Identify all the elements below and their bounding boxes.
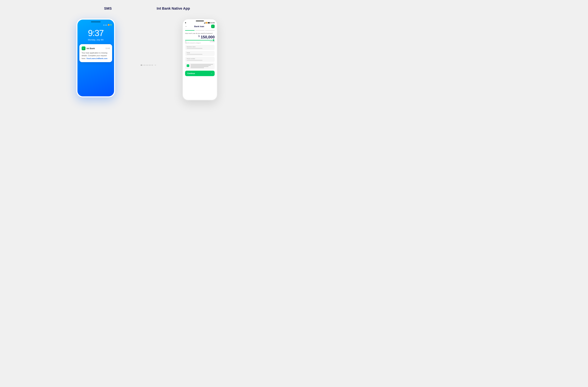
signal-icon: ▲▲▲ [103, 24, 107, 26]
connector-dot-3 [146, 65, 147, 65]
bank-status-dot [185, 22, 186, 23]
bank-phone: 📶 16:05 ← Bank loan ⌂ [182, 19, 217, 101]
continue-button-label: Continue [187, 72, 195, 74]
progress-segment-3 [205, 30, 215, 31]
continue-button[interactable]: Continue → [185, 71, 215, 76]
connector-arrow: → [154, 63, 156, 66]
connector-dot-5 [149, 65, 150, 65]
sms-phone-notch [91, 21, 101, 22]
connector-dot-4 [147, 65, 148, 65]
sms-app-icon: ⌂ [82, 46, 85, 50]
battery-icon-bank [208, 22, 210, 23]
loan-slider-fill [185, 40, 215, 41]
loan-max-label: $150,000 [210, 41, 215, 42]
sms-phone: ▲▲▲ 📶 🔋 9:37 Monday, July 4th ⌂ Int Bank… [77, 19, 115, 97]
bank-nav-title: Bank loan [194, 25, 204, 28]
connector: → [141, 63, 156, 66]
loan-slider-hint: Slide the amount to change it. [185, 42, 215, 44]
terms-line-2 [190, 65, 211, 66]
connector-dot-6 [150, 65, 151, 65]
loan-slider-thumb[interactable] [212, 39, 215, 41]
connector-dot-start [141, 64, 142, 66]
terms-line-3 [190, 66, 209, 67]
bank-column-title: Int Bank Native App [157, 6, 190, 11]
continue-button-arrow: → [210, 72, 212, 75]
loan-min-label: $0 [185, 41, 186, 42]
sms-time: 9:37 [77, 28, 114, 38]
signal-bar-1 [204, 23, 204, 24]
loan-question: How much Loan do you need for business? [185, 33, 215, 34]
business-name-field[interactable]: Business name [185, 45, 215, 50]
loan-currency: $ [198, 35, 200, 37]
sms-notif-body: Your loan application is missing details… [82, 52, 110, 60]
phone-number-label: Phone number [187, 58, 213, 60]
bank-status-time: 16:05 [211, 22, 215, 24]
sms-notif-time: 13:43 [105, 47, 110, 49]
wifi-icon-bank: 📶 [206, 22, 208, 24]
sms-column-title: SMS [104, 6, 112, 11]
sms-app-name: Int Bank [86, 47, 95, 50]
email-placeholder [187, 54, 202, 55]
terms-line-1 [190, 64, 213, 65]
terms-checkbox-row[interactable]: ✓ [185, 63, 215, 69]
sms-date: Monday, July 4th [77, 39, 114, 41]
email-field[interactable]: Email [185, 51, 215, 56]
signal-bar-2 [205, 22, 205, 24]
signal-bar-3 [205, 22, 205, 24]
connector-dot-1 [143, 65, 143, 65]
connector-dot-2 [144, 65, 145, 65]
sms-notif-link[interactable]: YourLoans.IntBank.com [86, 58, 107, 60]
terms-line-4 [190, 67, 204, 68]
battery-icon: 🔋 [110, 24, 112, 26]
checkbox-checked-icon[interactable]: ✓ [187, 64, 189, 67]
progress-segment-1 [185, 30, 194, 31]
loan-amount: $ 150,000 [185, 35, 215, 39]
wifi-icon: 📶 [108, 24, 109, 26]
sms-notification: ⌂ Int Bank 13:43 Your loan application i… [79, 44, 112, 62]
loan-slider-track[interactable] [185, 40, 215, 41]
loan-amount-value: 150,000 [201, 35, 215, 39]
email-label: Email [187, 52, 213, 54]
business-name-placeholder [187, 48, 202, 49]
bank-nav-back[interactable]: ← [185, 25, 187, 28]
connector-dot-7 [152, 65, 153, 65]
bank-nav-icon: ⌂ [211, 24, 215, 28]
progress-segment-2 [195, 30, 205, 31]
phone-number-field[interactable]: Phone number [185, 57, 215, 62]
phone-number-placeholder [187, 60, 202, 61]
business-name-label: Business name [187, 46, 213, 47]
